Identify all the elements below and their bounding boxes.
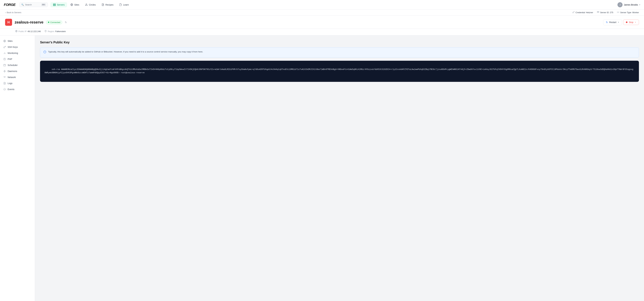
server-type-meta: Server Type Worker xyxy=(617,11,639,14)
nav-recipes[interactable]: Recipes xyxy=(99,2,116,7)
svg-point-12 xyxy=(618,12,618,12)
sidebar-item-monitoring[interactable]: Monitoring xyxy=(0,50,35,56)
nav-learn[interactable]: Learn xyxy=(117,2,132,7)
sidebar-logs-label: Logs xyxy=(8,82,12,84)
restart-button[interactable]: ↻ Restart ▾ xyxy=(603,20,622,25)
stop-button[interactable]: Stop ▾ xyxy=(623,20,639,25)
sidebar-item-daemons[interactable]: Daemons xyxy=(0,68,35,74)
public-key-text: ssh-rsa AAAAB3NzaC1yc2EAAAADAQABAABgQDAv… xyxy=(44,68,633,74)
stop-dot-icon xyxy=(626,22,628,23)
user-menu[interactable]: J James Brooks ▾ xyxy=(618,2,640,7)
lightning-sidebar-icon xyxy=(3,70,6,73)
region-info: Region Falkenstein xyxy=(44,30,66,33)
key-sidebar-icon xyxy=(3,46,6,48)
sidebar-item-php[interactable]: PHP xyxy=(0,56,35,62)
public-ip-label: Public IP xyxy=(18,30,26,32)
svg-rect-2 xyxy=(53,5,56,6)
nav-servers[interactable]: Servers xyxy=(50,2,67,7)
sidebar-php-label: PHP xyxy=(8,58,12,60)
svg-point-15 xyxy=(46,31,46,31)
back-label: Back to Servers xyxy=(7,11,21,14)
search-icon: 🔍 xyxy=(21,4,24,6)
restart-chevron-icon[interactable]: ▾ xyxy=(618,21,619,23)
nav-learn-label: Learn xyxy=(123,4,129,6)
refresh-icon[interactable]: ↻ xyxy=(65,21,67,24)
public-key-box: ssh-rsa AAAAB3NzaC1yc2EAAAADAQABAABgQDAv… xyxy=(40,61,639,82)
chart-sidebar-icon xyxy=(3,52,6,54)
alert-text: Typically, this key will automatically b… xyxy=(48,50,203,54)
search-placeholder: Search xyxy=(25,4,32,6)
server-id-icon xyxy=(597,11,599,14)
pin-icon xyxy=(44,30,47,33)
server-name: zealous-reserve xyxy=(14,20,44,24)
page-meta: Credential Hetzner Server ID 275 Server … xyxy=(572,11,639,14)
sidebar-item-scheduler[interactable]: Scheduler xyxy=(0,62,35,68)
svg-rect-10 xyxy=(597,12,599,12)
back-to-servers-link[interactable]: ‹ Back to Servers xyxy=(5,11,21,14)
status-label: Connected xyxy=(50,21,60,24)
sidebar-item-events[interactable]: Events xyxy=(0,86,35,92)
nav-sites-label: Sites xyxy=(74,4,79,6)
events-sidebar-icon xyxy=(3,88,6,91)
learn-nav-icon xyxy=(119,3,122,6)
main-layout: Sites SSH Keys Monitoring PHP Scheduler xyxy=(0,36,644,301)
region-value: Falkenstein xyxy=(55,30,66,32)
status-dot xyxy=(48,22,49,23)
svg-rect-22 xyxy=(4,64,6,66)
svg-rect-1 xyxy=(53,4,56,5)
avatar: J xyxy=(618,2,622,7)
info-icon xyxy=(44,50,46,55)
server-info-row: Public IP 49.12.222.246 Region Falkenste… xyxy=(0,29,644,36)
sidebar-ssh-keys-label: SSH Keys xyxy=(8,46,18,48)
recipes-nav-icon xyxy=(101,3,104,6)
info-alert: Typically, this key will automatically b… xyxy=(40,47,639,58)
server-id-label: Server ID xyxy=(600,11,609,14)
search-bar[interactable]: 🔍 Search ⌘K xyxy=(19,2,48,7)
wifi-sidebar-icon xyxy=(3,76,6,79)
sidebar-scheduler-label: Scheduler xyxy=(8,64,18,66)
scheduler-sidebar-icon xyxy=(3,64,6,66)
sidebar-events-label: Events xyxy=(8,88,14,90)
top-navigation: FORGE 🔍 Search ⌘K Servers Sites Circles xyxy=(0,0,644,10)
servers-icon xyxy=(53,3,56,6)
nav-recipes-label: Recipes xyxy=(105,4,114,6)
username: James Brooks xyxy=(624,4,638,6)
logs-sidebar-icon xyxy=(3,82,6,85)
server-hero: H zealous-reserve Connected ↻ ↻ Restart … xyxy=(0,16,644,29)
search-kbd: ⌘K xyxy=(41,4,46,6)
php-sidebar-icon xyxy=(3,58,6,60)
svg-rect-0 xyxy=(53,4,56,4)
svg-point-7 xyxy=(87,5,88,6)
restart-label: Restart xyxy=(609,21,616,24)
public-ip-info: Public IP 49.12.222.246 xyxy=(15,30,41,33)
credential-value: Hetzner xyxy=(586,11,593,14)
nav-sites[interactable]: Sites xyxy=(68,2,82,7)
page-header-bar: ‹ Back to Servers Credential Hetzner Ser… xyxy=(0,10,644,16)
main-nav: Servers Sites Circles Recipes Learn xyxy=(50,2,616,7)
nav-servers-label: Servers xyxy=(57,4,64,6)
svg-rect-11 xyxy=(597,12,599,12)
sidebar-item-network[interactable]: Network xyxy=(0,74,35,80)
key-icon xyxy=(572,11,574,14)
server-id-meta: Server ID 275 xyxy=(597,11,613,14)
svg-marker-26 xyxy=(4,70,6,72)
nav-circles[interactable]: Circles xyxy=(82,2,98,7)
nav-circles-label: Circles xyxy=(89,4,96,6)
server-type-label: Server Type xyxy=(620,11,631,14)
server-actions: ↻ Restart ▾ Stop ▾ xyxy=(603,20,639,25)
sidebar-item-sites[interactable]: Sites xyxy=(0,38,35,44)
svg-point-5 xyxy=(86,4,87,4)
sidebar-item-logs[interactable]: Logs xyxy=(0,80,35,86)
server-type-value: Worker xyxy=(632,11,639,14)
circles-nav-icon xyxy=(85,3,88,6)
svg-point-6 xyxy=(85,5,86,6)
globe-info-icon xyxy=(15,30,18,33)
content-title: Server's Public Key xyxy=(40,40,639,44)
restart-icon: ↻ xyxy=(606,21,608,24)
chevron-left-icon: ‹ xyxy=(5,11,6,14)
stop-chevron-icon[interactable]: ▾ xyxy=(635,21,636,23)
server-type-icon xyxy=(617,11,619,14)
sidebar-item-ssh-keys[interactable]: SSH Keys xyxy=(0,44,35,50)
globe-nav-icon xyxy=(70,3,73,6)
server-provider-logo: H xyxy=(5,19,12,26)
